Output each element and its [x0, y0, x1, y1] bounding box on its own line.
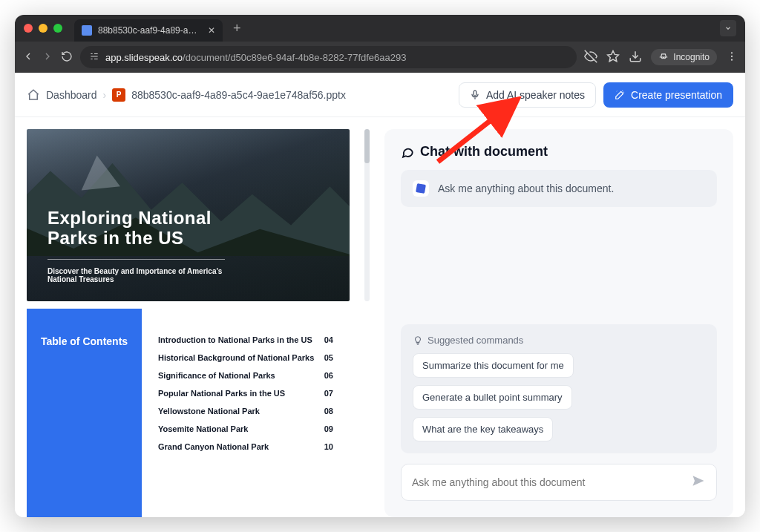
- browser-menu-icon[interactable]: [726, 50, 738, 65]
- scrollbar-thumb[interactable]: [364, 129, 370, 163]
- minimize-window-icon[interactable]: [39, 24, 48, 33]
- send-icon[interactable]: [691, 473, 706, 491]
- close-window-icon[interactable]: [24, 24, 33, 33]
- tab-title: 88b8530c-aaf9-4a89-a5c4: [98, 25, 202, 36]
- preview-scrollbar[interactable]: [364, 129, 370, 301]
- wand-icon: [615, 90, 625, 100]
- reload-icon[interactable]: [61, 50, 73, 65]
- slide-divider: [48, 259, 225, 260]
- bookmark-icon[interactable]: [606, 50, 620, 65]
- tab-favicon-icon: [82, 25, 92, 36]
- toc-list: Introduction to National Parks in the US…: [142, 309, 350, 517]
- home-icon: [27, 88, 40, 102]
- chat-panel: Chat with document Ask me anything about…: [384, 129, 733, 517]
- browser-toolbar: app.slidespeak.co/document/d50c89e6-94af…: [15, 42, 745, 73]
- window-controls: [24, 24, 62, 33]
- chat-input[interactable]: [412, 476, 684, 488]
- download-icon[interactable]: [629, 50, 642, 65]
- new-tab-button[interactable]: +: [229, 21, 246, 36]
- toc-row: Popular National Parks in the US07: [158, 384, 333, 402]
- suggestion-chip[interactable]: Summarize this document for me: [413, 353, 574, 378]
- tabs-overflow-icon[interactable]: [720, 20, 736, 36]
- chat-title: Chat with document: [401, 144, 717, 160]
- nav-forward-icon[interactable]: [42, 50, 53, 65]
- slide-preview-pane: Exploring National Parks in the US Disco…: [27, 129, 350, 517]
- site-settings-icon[interactable]: [89, 51, 99, 64]
- suggested-commands-panel: Suggested commands Summarize this docume…: [401, 324, 717, 453]
- address-bar[interactable]: app.slidespeak.co/document/d50c89e6-94af…: [80, 46, 577, 68]
- toc-sidebar: Table of Contents: [27, 309, 142, 517]
- suggestion-chip[interactable]: What are the key takeaways: [413, 417, 553, 441]
- svg-rect-6: [474, 91, 476, 96]
- chat-icon: [401, 145, 414, 159]
- svg-marker-1: [608, 50, 619, 61]
- url-text: app.slidespeak.co/document/d50c89e6-94af…: [105, 52, 568, 63]
- suggested-label: Suggested commands: [428, 335, 523, 346]
- svg-point-5: [731, 59, 733, 60]
- bot-greeting-text: Ask me anything about this document.: [438, 183, 614, 194]
- incognito-badge[interactable]: Incognito: [651, 49, 717, 65]
- toc-row: Yosemite National Park09: [158, 420, 333, 438]
- nav-back-icon[interactable]: [22, 50, 34, 65]
- create-presentation-button[interactable]: Create presentation: [603, 82, 733, 108]
- breadcrumb-dashboard[interactable]: Dashboard: [46, 89, 97, 101]
- toc-row: Historical Background of National Parks0…: [158, 349, 333, 367]
- microphone-icon: [470, 90, 480, 100]
- app-header: Dashboard › 88b8530c-aaf9-4a89-a5c4-9ae1…: [15, 73, 745, 117]
- slide-title: Exploring National Parks in the US: [48, 208, 286, 249]
- breadcrumb: Dashboard › 88b8530c-aaf9-4a89-a5c4-9ae1…: [27, 88, 346, 102]
- bot-greeting: Ask me anything about this document.: [401, 170, 717, 207]
- svg-point-4: [731, 55, 733, 56]
- pptx-icon: [112, 88, 125, 102]
- bot-avatar-icon: [413, 180, 429, 197]
- toc-row: Introduction to National Parks in the US…: [158, 331, 333, 349]
- breadcrumb-separator-icon: ›: [103, 89, 107, 101]
- suggestion-chip[interactable]: Generate a bullet point summary: [413, 385, 572, 410]
- browser-titlebar: 88b8530c-aaf9-4a89-a5c4 ✕ +: [15, 15, 745, 42]
- toc-row: Yellowstone National Park08: [158, 402, 333, 420]
- eye-off-icon[interactable]: [584, 50, 597, 65]
- slide-preview-1[interactable]: Exploring National Parks in the US Disco…: [27, 129, 350, 301]
- toc-row: Grand Canyon National Park10: [158, 438, 333, 456]
- toc-heading: Table of Contents: [37, 335, 131, 507]
- svg-point-3: [731, 52, 733, 53]
- browser-tab[interactable]: 88b8530c-aaf9-4a89-a5c4 ✕: [74, 19, 223, 42]
- breadcrumb-filename: 88b8530c-aaf9-4a89-a5c4-9ae1e748af56.ppt…: [131, 89, 346, 101]
- toc-row: Significance of National Parks06: [158, 367, 333, 384]
- slide-subtitle: Discover the Beauty and Importance of Am…: [48, 267, 244, 283]
- lightbulb-icon: [413, 335, 423, 346]
- add-speaker-notes-button[interactable]: Add AI speaker notes: [459, 82, 596, 108]
- slide-preview-2[interactable]: Table of Contents Introduction to Nation…: [27, 309, 350, 517]
- main-content: Exploring National Parks in the US Disco…: [15, 117, 745, 517]
- chat-input-bar[interactable]: [401, 464, 717, 501]
- maximize-window-icon[interactable]: [53, 24, 62, 33]
- tab-close-icon[interactable]: ✕: [208, 25, 215, 36]
